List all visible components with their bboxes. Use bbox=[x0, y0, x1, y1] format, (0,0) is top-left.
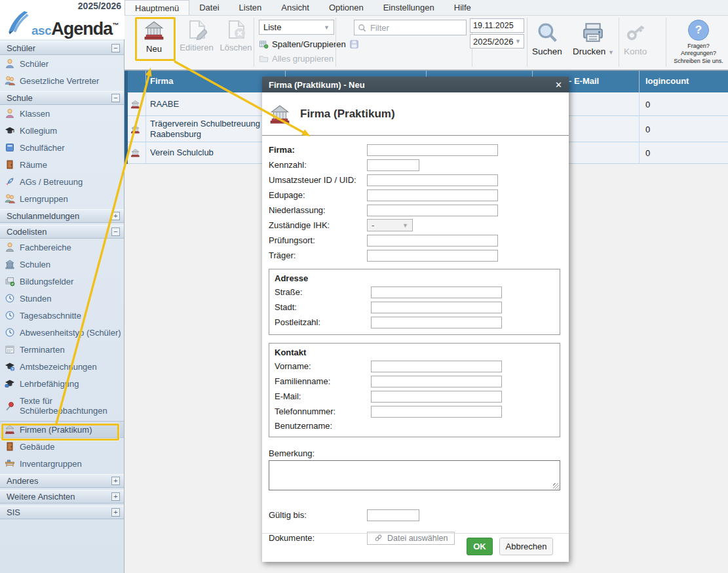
sidebar-item-tagesabschnitte[interactable]: Tagesabschnitte bbox=[0, 307, 124, 324]
toolbar-separator bbox=[527, 18, 527, 67]
expand-icon[interactable]: + bbox=[111, 508, 120, 517]
collapse-icon[interactable]: − bbox=[111, 94, 120, 102]
telefonnummer-input[interactable] bbox=[371, 406, 502, 418]
sidebar-item-bildungsfelder[interactable]: Bildungsfelder bbox=[0, 273, 124, 290]
sidebar-section-schule[interactable]: Schule − bbox=[0, 91, 124, 105]
collapse-icon[interactable]: − bbox=[111, 44, 120, 52]
drucken-button[interactable]: Drucken ▼ bbox=[573, 21, 614, 56]
firma-input[interactable] bbox=[367, 144, 498, 156]
close-icon[interactable]: ✕ bbox=[555, 80, 562, 90]
expand-icon[interactable]: + bbox=[111, 212, 120, 220]
umsatzsteuer-input[interactable] bbox=[367, 174, 498, 186]
sidebar-item-lehrbefaehigung[interactable]: Lehrbefähigung bbox=[0, 375, 124, 392]
toolbar-separator bbox=[335, 18, 336, 67]
field-email: E-Mail: bbox=[275, 389, 554, 404]
delete-document-icon bbox=[225, 19, 246, 40]
sidebar-item-lerngruppen[interactable]: Lerngruppen bbox=[0, 190, 124, 207]
dialog-titlebar[interactable]: Firma (Praktikum) - Neu ✕ bbox=[262, 77, 569, 92]
expand-icon[interactable]: + bbox=[111, 477, 120, 485]
alles-gruppieren-button[interactable]: Alles gruppieren bbox=[259, 54, 334, 64]
sidebar-item-fachbereiche[interactable]: Fachbereiche bbox=[0, 239, 124, 256]
konto-button[interactable]: Konto bbox=[624, 21, 647, 56]
bemerkung-textarea[interactable] bbox=[269, 460, 560, 490]
save-layout-icon[interactable] bbox=[349, 39, 359, 49]
traeger-input[interactable] bbox=[367, 250, 498, 262]
sidebar-item-klassen[interactable]: Klassen bbox=[0, 105, 124, 122]
printer-icon bbox=[582, 21, 604, 43]
sidebar-item-gebaeude[interactable]: Gebäude bbox=[0, 438, 124, 455]
resize-grip-icon[interactable] bbox=[553, 483, 559, 489]
field-kennzahl: Kennzahl: bbox=[269, 157, 560, 172]
sidebar-section-sis[interactable]: SIS + bbox=[0, 505, 124, 519]
help-button[interactable]: ? Fragen? Anregungen? Schreiben Sie uns. bbox=[670, 20, 727, 65]
sidebar-item-schueler[interactable]: Schüler bbox=[0, 55, 124, 72]
sidebar-section-weitere-ansichten[interactable]: Weitere Ansichten + bbox=[0, 490, 124, 504]
column-header-logincount[interactable]: logincount bbox=[645, 76, 689, 86]
sidebar-item-abwesenheitstyp[interactable]: Abwesenheitstyp (Schüler) bbox=[0, 324, 124, 341]
spalten-gruppieren-button[interactable]: Spalten/Gruppieren bbox=[259, 39, 334, 49]
expand-icon[interactable]: + bbox=[111, 492, 120, 501]
strasse-input[interactable] bbox=[371, 286, 502, 298]
vorname-input[interactable] bbox=[371, 361, 502, 372]
kennzahl-input[interactable] bbox=[367, 159, 419, 171]
sidebar-item-stunden[interactable]: Stunden bbox=[0, 290, 124, 307]
sidebar-item-raeume[interactable]: Räume bbox=[0, 156, 124, 173]
help-line3: Schreiben Sie uns. bbox=[674, 58, 723, 65]
table-left-strip bbox=[125, 71, 128, 164]
stadt-input[interactable] bbox=[371, 302, 502, 313]
sidebar-item-gesetzliche-vertreter[interactable]: Gesetzliche Vertreter bbox=[0, 72, 124, 89]
email-input[interactable] bbox=[371, 391, 502, 403]
menu-tab-datei[interactable]: Datei bbox=[189, 0, 229, 15]
menu-tab-listen[interactable]: Listen bbox=[229, 0, 272, 15]
toolbar-separator bbox=[619, 18, 619, 67]
sidebar-item-schulen[interactable]: Schulen bbox=[0, 256, 124, 273]
sidebar-item-amtsbezeichnungen[interactable]: Amtsbezeichnungen bbox=[0, 358, 124, 375]
column-header-firma[interactable]: Firma bbox=[150, 76, 173, 86]
field-edupage: Edupage: bbox=[269, 188, 560, 203]
sidebar-item-schulfaecher[interactable]: Schulfächer bbox=[0, 139, 124, 156]
collapse-icon[interactable]: − bbox=[111, 227, 120, 236]
sidebar-item-ags-betreuung[interactable]: AGs / Betreuung bbox=[0, 173, 124, 190]
ihk-dropdown[interactable]: - ▼ bbox=[367, 219, 413, 231]
sidebar-item-firmen-praktikum[interactable]: Firmen (Praktikum) bbox=[0, 421, 124, 438]
menu-tab-optionen[interactable]: Optionen bbox=[319, 0, 374, 15]
abbrechen-button[interactable]: Abbrechen bbox=[499, 538, 553, 555]
sidebar-section-schulanmeldungen[interactable]: Schulanmeldungen + bbox=[0, 209, 124, 223]
cap-badge-icon bbox=[5, 378, 15, 389]
niederlassung-input[interactable] bbox=[367, 205, 498, 216]
year-dropdown[interactable]: 2025/2026 ▼ bbox=[470, 34, 524, 49]
clock-icon bbox=[5, 327, 15, 338]
menu-tab-hauptmenu[interactable]: Hauptmenü bbox=[125, 0, 189, 15]
sidebar-section-codelisten[interactable]: Codelisten − bbox=[0, 225, 124, 239]
menu-tab-einstellungen[interactable]: Einstellungen bbox=[374, 0, 444, 15]
postleitzahl-input[interactable] bbox=[371, 317, 502, 328]
sidebar-item-terminarten[interactable]: Terminarten bbox=[0, 341, 124, 358]
gueltig-bis-input[interactable] bbox=[367, 509, 419, 521]
sidebar-item-texte-schuelerbeobachtungen[interactable]: Texte für Schülerbeobachtungen bbox=[0, 392, 124, 421]
sidebar-section-anderes[interactable]: Anderes + bbox=[0, 474, 124, 488]
sidebar: Schüler − Schüler Gesetzliche Vertreter … bbox=[0, 39, 125, 573]
kontakt-groupbox: Kontakt Vorname: Familienname: E-Mail: T… bbox=[269, 343, 560, 437]
sidebar-item-kollegium[interactable]: Kollegium bbox=[0, 122, 124, 139]
ok-button[interactable]: OK bbox=[467, 538, 493, 555]
neu-button[interactable]: Neu bbox=[134, 19, 174, 54]
view-controls-group: Liste ▼ Spalten/Gruppieren Alles gruppie… bbox=[259, 20, 334, 64]
edupage-input[interactable] bbox=[367, 189, 498, 201]
loeschen-button[interactable]: Löschen bbox=[216, 19, 256, 52]
liste-dropdown[interactable]: Liste ▼ bbox=[259, 20, 334, 35]
date-input[interactable] bbox=[470, 18, 524, 33]
book-icon bbox=[5, 142, 15, 153]
editieren-button[interactable]: Editieren bbox=[177, 19, 216, 52]
pruefungsort-input[interactable] bbox=[367, 235, 498, 247]
building-icon bbox=[5, 424, 15, 435]
sidebar-section-schueler[interactable]: Schüler − bbox=[0, 41, 124, 55]
filter-input[interactable] bbox=[369, 22, 487, 33]
familienname-input[interactable] bbox=[371, 376, 502, 387]
column-header-email[interactable]: - E-Mail bbox=[569, 76, 599, 86]
field-stadt: Stadt: bbox=[275, 300, 554, 315]
menu-tab-ansicht[interactable]: Ansicht bbox=[271, 0, 319, 15]
calendar-icon bbox=[5, 344, 15, 355]
menu-tab-hilfe[interactable]: Hilfe bbox=[444, 0, 481, 15]
sidebar-item-inventargruppen[interactable]: Inventargruppen bbox=[0, 455, 124, 472]
suchen-button[interactable]: Suchen bbox=[532, 21, 562, 56]
